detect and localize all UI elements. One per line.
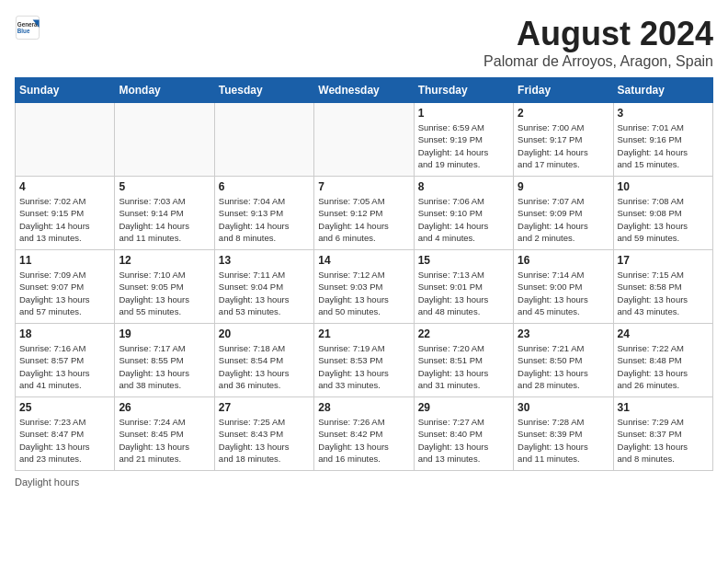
day-header: Tuesday	[214, 78, 313, 103]
calendar-cell: 29Sunrise: 7:27 AM Sunset: 8:40 PM Dayli…	[414, 397, 513, 471]
calendar-cell: 7Sunrise: 7:05 AM Sunset: 9:12 PM Daylig…	[314, 177, 414, 250]
day-info: Sunrise: 7:16 AM Sunset: 8:57 PM Dayligh…	[19, 342, 110, 391]
day-number: 29	[418, 401, 509, 414]
calendar-cell: 4Sunrise: 7:02 AM Sunset: 9:15 PM Daylig…	[16, 177, 115, 250]
logo-icon: General Blue	[15, 15, 40, 40]
calendar-cell: 8Sunrise: 7:06 AM Sunset: 9:10 PM Daylig…	[414, 177, 513, 250]
header-row: SundayMondayTuesdayWednesdayThursdayFrid…	[16, 78, 713, 103]
calendar-cell: 26Sunrise: 7:24 AM Sunset: 8:45 PM Dayli…	[115, 397, 214, 471]
day-number: 31	[618, 401, 709, 414]
day-header: Friday	[514, 78, 613, 103]
subtitle: Palomar de Arroyos, Aragon, Spain	[483, 53, 713, 70]
day-number: 16	[518, 254, 609, 267]
calendar-cell: 19Sunrise: 7:17 AM Sunset: 8:55 PM Dayli…	[115, 324, 214, 397]
calendar-cell: 13Sunrise: 7:11 AM Sunset: 9:04 PM Dayli…	[214, 250, 313, 324]
calendar-cell	[16, 103, 115, 177]
logo: General Blue	[15, 15, 40, 40]
day-info: Sunrise: 7:14 AM Sunset: 9:00 PM Dayligh…	[518, 269, 609, 317]
day-number: 14	[318, 254, 409, 267]
calendar-cell: 28Sunrise: 7:26 AM Sunset: 8:42 PM Dayli…	[314, 397, 414, 471]
calendar-week-row: 1Sunrise: 6:59 AM Sunset: 9:19 PM Daylig…	[16, 103, 713, 177]
day-info: Sunrise: 7:23 AM Sunset: 8:47 PM Dayligh…	[19, 416, 110, 465]
day-info: Sunrise: 7:25 AM Sunset: 8:43 PM Dayligh…	[219, 416, 310, 465]
day-info: Sunrise: 7:04 AM Sunset: 9:13 PM Dayligh…	[219, 195, 310, 244]
day-number: 9	[518, 180, 609, 193]
day-info: Sunrise: 7:24 AM Sunset: 8:45 PM Dayligh…	[119, 416, 210, 465]
day-info: Sunrise: 6:59 AM Sunset: 9:19 PM Dayligh…	[418, 121, 509, 170]
day-info: Sunrise: 7:28 AM Sunset: 8:39 PM Dayligh…	[518, 416, 609, 465]
calendar-cell	[314, 103, 414, 177]
day-number: 23	[518, 327, 609, 340]
calendar-week-row: 4Sunrise: 7:02 AM Sunset: 9:15 PM Daylig…	[16, 177, 713, 250]
day-number: 6	[219, 180, 310, 193]
day-info: Sunrise: 7:13 AM Sunset: 9:01 PM Dayligh…	[418, 269, 509, 317]
calendar-cell	[115, 103, 214, 177]
day-info: Sunrise: 7:12 AM Sunset: 9:03 PM Dayligh…	[318, 269, 409, 317]
svg-text:Blue: Blue	[17, 28, 30, 34]
day-header: Monday	[115, 78, 214, 103]
calendar-cell: 5Sunrise: 7:03 AM Sunset: 9:14 PM Daylig…	[115, 177, 214, 250]
day-number: 11	[19, 254, 110, 267]
calendar-cell: 1Sunrise: 6:59 AM Sunset: 9:19 PM Daylig…	[414, 103, 513, 177]
day-info: Sunrise: 7:07 AM Sunset: 9:09 PM Dayligh…	[518, 195, 609, 244]
day-info: Sunrise: 7:22 AM Sunset: 8:48 PM Dayligh…	[618, 342, 709, 391]
calendar-week-row: 18Sunrise: 7:16 AM Sunset: 8:57 PM Dayli…	[16, 324, 713, 397]
calendar-cell: 12Sunrise: 7:10 AM Sunset: 9:05 PM Dayli…	[115, 250, 214, 324]
day-number: 5	[119, 180, 210, 193]
day-info: Sunrise: 7:21 AM Sunset: 8:50 PM Dayligh…	[518, 342, 609, 391]
day-info: Sunrise: 7:05 AM Sunset: 9:12 PM Dayligh…	[318, 195, 409, 244]
day-header: Saturday	[613, 78, 712, 103]
day-number: 12	[119, 254, 210, 267]
calendar-cell: 17Sunrise: 7:15 AM Sunset: 8:58 PM Dayli…	[613, 250, 712, 324]
day-info: Sunrise: 7:20 AM Sunset: 8:51 PM Dayligh…	[418, 342, 509, 391]
day-info: Sunrise: 7:17 AM Sunset: 8:55 PM Dayligh…	[119, 342, 210, 391]
header: General Blue August 2024 Palomar de Arro…	[15, 15, 713, 70]
day-info: Sunrise: 7:15 AM Sunset: 8:58 PM Dayligh…	[618, 269, 709, 317]
calendar-cell: 20Sunrise: 7:18 AM Sunset: 8:54 PM Dayli…	[214, 324, 313, 397]
day-number: 24	[618, 327, 709, 340]
day-header: Thursday	[414, 78, 513, 103]
day-info: Sunrise: 7:18 AM Sunset: 8:54 PM Dayligh…	[219, 342, 310, 391]
day-info: Sunrise: 7:19 AM Sunset: 8:53 PM Dayligh…	[318, 342, 409, 391]
day-info: Sunrise: 7:29 AM Sunset: 8:37 PM Dayligh…	[618, 416, 709, 465]
day-number: 8	[418, 180, 509, 193]
day-number: 21	[318, 327, 409, 340]
title-area: August 2024 Palomar de Arroyos, Aragon, …	[483, 15, 713, 70]
day-info: Sunrise: 7:03 AM Sunset: 9:14 PM Dayligh…	[119, 195, 210, 244]
day-number: 3	[618, 107, 709, 120]
calendar-week-row: 25Sunrise: 7:23 AM Sunset: 8:47 PM Dayli…	[16, 397, 713, 471]
calendar-cell: 6Sunrise: 7:04 AM Sunset: 9:13 PM Daylig…	[214, 177, 313, 250]
calendar-cell: 2Sunrise: 7:00 AM Sunset: 9:17 PM Daylig…	[514, 103, 613, 177]
day-number: 30	[518, 401, 609, 414]
calendar-cell	[214, 103, 313, 177]
calendar-table: SundayMondayTuesdayWednesdayThursdayFrid…	[15, 77, 713, 471]
calendar-cell: 3Sunrise: 7:01 AM Sunset: 9:16 PM Daylig…	[613, 103, 712, 177]
day-number: 28	[318, 401, 409, 414]
calendar-cell: 15Sunrise: 7:13 AM Sunset: 9:01 PM Dayli…	[414, 250, 513, 324]
day-info: Sunrise: 7:26 AM Sunset: 8:42 PM Dayligh…	[318, 416, 409, 465]
calendar-week-row: 11Sunrise: 7:09 AM Sunset: 9:07 PM Dayli…	[16, 250, 713, 324]
day-number: 26	[119, 401, 210, 414]
calendar-cell: 27Sunrise: 7:25 AM Sunset: 8:43 PM Dayli…	[214, 397, 313, 471]
calendar-cell: 10Sunrise: 7:08 AM Sunset: 9:08 PM Dayli…	[613, 177, 712, 250]
calendar-cell: 14Sunrise: 7:12 AM Sunset: 9:03 PM Dayli…	[314, 250, 414, 324]
day-info: Sunrise: 7:11 AM Sunset: 9:04 PM Dayligh…	[219, 269, 310, 317]
day-header: Wednesday	[314, 78, 414, 103]
day-number: 20	[219, 327, 310, 340]
day-header: Sunday	[16, 78, 115, 103]
calendar-cell: 16Sunrise: 7:14 AM Sunset: 9:00 PM Dayli…	[514, 250, 613, 324]
day-info: Sunrise: 7:01 AM Sunset: 9:16 PM Dayligh…	[618, 121, 709, 170]
day-info: Sunrise: 7:08 AM Sunset: 9:08 PM Dayligh…	[618, 195, 709, 244]
day-number: 15	[418, 254, 509, 267]
day-number: 13	[219, 254, 310, 267]
day-number: 2	[518, 107, 609, 120]
day-number: 19	[119, 327, 210, 340]
main-title: August 2024	[483, 15, 713, 53]
calendar-cell: 21Sunrise: 7:19 AM Sunset: 8:53 PM Dayli…	[314, 324, 414, 397]
day-number: 4	[19, 180, 110, 193]
footer-note: Daylight hours	[15, 477, 713, 488]
calendar-cell: 11Sunrise: 7:09 AM Sunset: 9:07 PM Dayli…	[16, 250, 115, 324]
day-number: 7	[318, 180, 409, 193]
calendar-cell: 23Sunrise: 7:21 AM Sunset: 8:50 PM Dayli…	[514, 324, 613, 397]
calendar-cell: 9Sunrise: 7:07 AM Sunset: 9:09 PM Daylig…	[514, 177, 613, 250]
